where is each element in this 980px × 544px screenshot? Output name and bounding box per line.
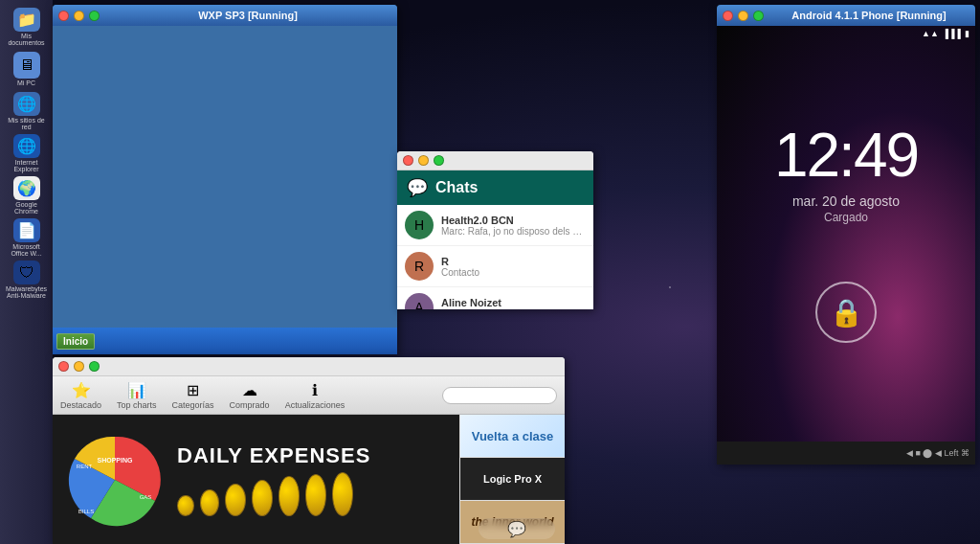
android-bottom-bar: ◀ ■ ⬤ ◀ Left ⌘ [717, 442, 975, 465]
chat-item-r[interactable]: R R Contacto [397, 246, 593, 287]
sidebar-label-mypc: Mi PC [17, 79, 35, 86]
mypc-icon: 🖥 [13, 52, 40, 79]
whatsapp-header: 💬 Chats [397, 170, 593, 205]
wxp-close-button[interactable] [58, 11, 69, 21]
sidebar-label-office: Microsoft Office W... [8, 243, 46, 257]
wxp-minimize-button[interactable] [74, 11, 84, 21]
whatsapp-titlebar [397, 151, 593, 170]
android-close-button[interactable] [723, 11, 733, 21]
android-status-bar: ▲▲ ▐▐▐ ▮ [916, 26, 975, 41]
sidebar-item-chrome[interactable]: 🌍 Google Chrome [8, 176, 46, 215]
updates-label: Actualizaciones [285, 400, 345, 410]
wxp-desktop [53, 26, 397, 328]
featured-label: Destacado [60, 400, 101, 410]
appstore-maximize-button[interactable] [89, 361, 100, 372]
chat-item-aline[interactable]: A Aline Noizet ✓ Ahora ya me puedes incl… [397, 287, 593, 309]
svg-text:SHOPPING: SHOPPING [98, 457, 134, 464]
featured-icon: ⭐ [72, 381, 91, 399]
svg-text:RENT: RENT [77, 464, 93, 469]
topcharts-label: Top charts [117, 400, 157, 410]
mac-sidebar: 📁 Mis documentos 🖥 Mi PC 🌐 Mis sitios de… [0, 0, 53, 544]
wa-minimize-button[interactable] [418, 155, 429, 166]
documents-icon: 📁 [13, 8, 40, 32]
android-vm-window: Android 4.1.1 Phone [Running] ▲▲ ▐▐▐ ▮ 1… [717, 5, 975, 465]
sidebar-item-office[interactable]: 📄 Microsoft Office W... [8, 218, 46, 257]
coin-5 [278, 476, 300, 516]
wa-close-button[interactable] [403, 155, 413, 166]
android-date: mar. 20 de agosto [792, 193, 900, 209]
coin-3 [225, 484, 246, 516]
coin-row [177, 472, 370, 516]
chat-info-health2bcn: Health2.0 BCN Marc: Rafa, jo no disposo … [441, 215, 586, 237]
whatsapp-chat-list: H Health2.0 BCN Marc: Rafa, jo no dispos… [397, 205, 593, 309]
toolbar-item-purchased[interactable]: ☁ Comprado [230, 381, 270, 410]
updates-icon: ℹ [312, 381, 318, 399]
ie-icon: 🌐 [13, 134, 40, 158]
chat-preview-aline: ✓ Ahora ya me puedes incluir en el grupo… [441, 308, 586, 310]
app-vuelta-a-clase[interactable]: Vuelta a clase [460, 415, 565, 458]
android-clock: 12:49 [774, 125, 918, 186]
wa-maximize-button[interactable] [434, 155, 444, 166]
android-charge-status: Cargado [824, 211, 868, 224]
wxp-title: WXP SP3 [Running] [104, 10, 391, 21]
coin-1 [177, 495, 194, 516]
lock-icon: 🔒 [830, 297, 863, 329]
wxp-titlebar: WXP SP3 [Running] [53, 5, 397, 26]
malwarebytes-icon: 🛡 [13, 261, 40, 284]
android-title: Android 4.1.1 Phone [Running] [768, 10, 969, 21]
whatsapp-icon: 💬 [407, 177, 428, 198]
network-icon: 🌐 [13, 92, 40, 116]
android-lock-circle[interactable]: 🔒 [815, 282, 877, 343]
coin-4 [252, 480, 273, 516]
appstore-toolbar: ⭐ Destacado 📊 Top charts ⊞ Categorías ☁ … [53, 376, 565, 415]
banner-text: DAILY EXPENSES [177, 443, 370, 516]
topcharts-icon: 📊 [127, 381, 146, 399]
sidebar-item-malwarebytes[interactable]: 🛡 Malwarebytes Anti-Malware [8, 261, 46, 299]
mac-bottom-dock: 💬 [53, 515, 980, 542]
logicpro-banner: Logic Pro X [460, 458, 565, 500]
android-screen[interactable]: ▲▲ ▐▐▐ ▮ 12:49 mar. 20 de agosto Cargado… [717, 26, 975, 442]
toolbar-item-categories[interactable]: ⊞ Categorías [172, 381, 214, 410]
categories-label: Categorías [172, 400, 214, 410]
android-minimize-button[interactable] [738, 11, 748, 21]
app-logic-pro-x[interactable]: Logic Pro X [460, 458, 565, 501]
coin-7 [332, 472, 353, 516]
battery-icon: ▮ [965, 29, 969, 38]
chat-name-r: R [441, 256, 586, 267]
avatar-r: R [405, 252, 434, 281]
wxp-start-button[interactable]: Inicio [56, 333, 95, 350]
whatsapp-title: Chats [435, 179, 478, 196]
sidebar-item-mypc[interactable]: 🖥 Mi PC [8, 50, 46, 88]
android-bottom-icons: ◀ ■ ⬤ ◀ Left ⌘ [906, 448, 969, 458]
wifi-icon: ▲▲ [922, 29, 939, 38]
wxp-vm-window: WXP SP3 [Running] Inicio [53, 5, 397, 354]
daily-expenses-pie-chart: SHOPPING GAS BILLS RENT [67, 432, 163, 528]
sidebar-label-malwarebytes: Malwarebytes Anti-Malware [6, 285, 47, 299]
sidebar-label-documents: Mis documentos [8, 33, 46, 46]
sidebar-item-documents[interactable]: 📁 Mis documentos [8, 8, 46, 46]
sidebar-label-ie: Internet Explorer [8, 159, 46, 172]
appstore-close-button[interactable] [58, 361, 69, 372]
chat-item-health2bcn[interactable]: H Health2.0 BCN Marc: Rafa, jo no dispos… [397, 205, 593, 246]
android-maximize-button[interactable] [753, 11, 764, 21]
wxp-maximize-button[interactable] [89, 11, 100, 21]
dock-whatsapp-icon[interactable]: 💬 [507, 520, 526, 538]
sidebar-item-network[interactable]: 🌐 Mis sitios de red [8, 92, 46, 130]
avatar-aline: A [405, 293, 434, 309]
avatar-health2bcn: H [405, 211, 434, 239]
appstore-titlebar [53, 357, 565, 376]
toolbar-item-featured[interactable]: ⭐ Destacado [60, 381, 101, 410]
coin-6 [305, 474, 326, 516]
sidebar-label-chrome: Google Chrome [8, 201, 46, 215]
appstore-minimize-button[interactable] [74, 361, 84, 372]
chat-name-health2bcn: Health2.0 BCN [441, 215, 586, 226]
office-icon: 📄 [13, 218, 40, 242]
purchased-label: Comprado [230, 400, 270, 410]
sidebar-item-ie[interactable]: 🌐 Internet Explorer [8, 134, 46, 172]
chat-info-r: R Contacto [441, 256, 586, 278]
toolbar-item-topcharts[interactable]: 📊 Top charts [117, 381, 157, 410]
appstore-search-input[interactable] [442, 387, 557, 404]
chat-preview-health2bcn: Marc: Rafa, jo no disposo dels mails de.… [441, 226, 586, 237]
dock-bar: 💬 [479, 518, 555, 539]
toolbar-item-updates[interactable]: ℹ Actualizaciones [285, 381, 345, 410]
